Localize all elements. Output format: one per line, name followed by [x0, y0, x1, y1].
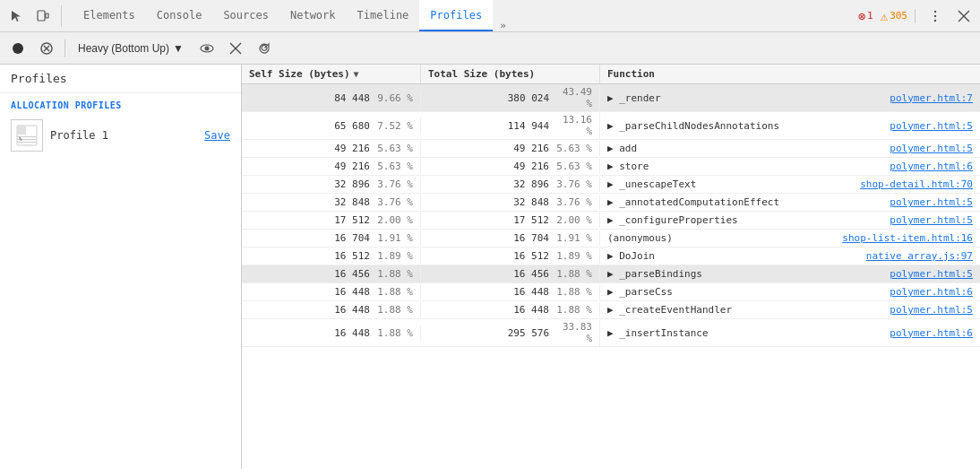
dropdown-arrow-icon: ▼	[173, 42, 184, 55]
tab-sources[interactable]: Sources	[212, 0, 279, 31]
save-button[interactable]: Save	[204, 129, 230, 142]
sort-icon: ▼	[354, 69, 359, 79]
function-link[interactable]: shop-detail.html:70	[860, 178, 973, 190]
self-size-cell: 84 448 9.66 %	[242, 91, 421, 106]
profile-label: Profile 1	[50, 129, 197, 142]
record-button[interactable]	[7, 38, 29, 59]
function-cell: ▶ _parseChildNodesAnnotations polymer.ht…	[600, 118, 980, 134]
function-cell: ▶ _unescapeText shop-detail.html:70	[600, 177, 980, 192]
view-mode-dropdown[interactable]: Heavy (Bottom Up) ▼	[73, 40, 189, 56]
rows-container: 84 448 9.66 % 380 024 43.49 % ▶ _render …	[242, 84, 980, 347]
self-size-cell: 17 512 2.00 %	[242, 213, 421, 228]
function-link[interactable]: polymer.html:6	[890, 161, 973, 172]
function-cell: ▶ DoJoin native array.js:97	[600, 248, 980, 264]
table-row[interactable]: 32 896 3.76 % 32 896 3.76 % ▶ _unescapeT…	[242, 176, 980, 194]
svg-point-2	[934, 10, 936, 12]
eye-button[interactable]	[196, 38, 218, 59]
total-size-cell: 17 512 2.00 %	[421, 213, 600, 228]
total-size-cell: 380 024 43.49 %	[421, 84, 600, 111]
svg-point-3	[934, 14, 936, 16]
function-link[interactable]: polymer.html:5	[890, 196, 973, 208]
table-row[interactable]: 49 216 5.63 % 49 216 5.63 % ▶ store poly…	[242, 158, 980, 176]
total-size-cell: 16 456 1.88 %	[421, 266, 600, 282]
function-cell: ▶ _render polymer.html:7	[600, 91, 980, 106]
function-cell: ▶ store polymer.html:6	[600, 159, 980, 174]
more-button[interactable]	[923, 4, 948, 29]
self-size-cell: 65 680 7.52 %	[242, 118, 421, 134]
self-size-cell: 49 216 5.63 %	[242, 141, 421, 156]
table-row[interactable]: 16 456 1.88 % 16 456 1.88 % ▶ _parseBind…	[242, 265, 980, 283]
function-name: ▶ _createEventHandler	[607, 304, 732, 316]
tab-elements[interactable]: Elements	[73, 0, 146, 31]
tab-profiles[interactable]: Profiles	[419, 0, 493, 31]
function-link[interactable]: polymer.html:5	[890, 214, 973, 226]
function-name: ▶ _annotatedComputationEffect	[607, 196, 779, 208]
function-header[interactable]: Function	[600, 65, 980, 83]
total-size-header[interactable]: Total Size (bytes)	[421, 65, 600, 83]
function-link[interactable]: polymer.html:5	[890, 143, 973, 154]
self-size-cell: 16 456 1.88 %	[242, 266, 421, 282]
function-cell: ▶ _insertInstance polymer.html:6	[600, 326, 980, 341]
table-row[interactable]: 16 704 1.91 % 16 704 1.91 % (anonymous) …	[242, 230, 980, 248]
self-size-cell: 16 512 1.89 %	[242, 248, 421, 264]
self-size-header[interactable]: Self Size (bytes) ▼	[242, 65, 421, 83]
svg-point-12	[204, 46, 209, 50]
self-size-cell: 16 704 1.91 %	[242, 230, 421, 246]
table-row[interactable]: 65 680 7.52 % 114 944 13.16 % ▶ _parseCh…	[242, 112, 980, 140]
error-badge: ⊗ 1	[858, 9, 873, 23]
tab-timeline[interactable]: Timeline	[347, 0, 420, 31]
function-link[interactable]: polymer.html:5	[890, 120, 973, 132]
table-row[interactable]: 32 848 3.76 % 32 848 3.76 % ▶ _annotated…	[242, 194, 980, 212]
function-link[interactable]: native array.js:97	[866, 250, 973, 262]
total-size-cell: 32 896 3.76 %	[421, 177, 600, 192]
svg-point-4	[934, 19, 936, 21]
table-row[interactable]: 16 448 1.88 % 16 448 1.88 % ▶ _parseCss …	[242, 283, 980, 301]
table-row[interactable]: 17 512 2.00 % 17 512 2.00 % ▶ _configure…	[242, 212, 980, 230]
function-link[interactable]: shop-list-item.html:16	[842, 232, 973, 244]
function-link[interactable]: polymer.html:5	[890, 304, 973, 316]
function-cell: (anonymous) shop-list-item.html:16	[600, 230, 980, 246]
stop-button[interactable]	[36, 38, 57, 59]
profile-icon: %	[11, 119, 43, 152]
function-link[interactable]: polymer.html:6	[890, 286, 973, 298]
total-size-cell: 16 448 1.88 %	[421, 284, 600, 300]
function-name: ▶ _configureProperties	[607, 214, 738, 226]
function-name: ▶ _parseChildNodesAnnotations	[607, 120, 779, 132]
total-size-cell: 16 448 1.88 %	[421, 302, 600, 317]
function-name: ▶ store	[607, 161, 649, 172]
self-size-cell: 32 896 3.76 %	[242, 177, 421, 192]
total-size-cell: 16 512 1.89 %	[421, 248, 600, 264]
function-link[interactable]: polymer.html:7	[890, 92, 973, 104]
function-name: ▶ _render	[607, 92, 661, 104]
svg-rect-1	[46, 13, 48, 18]
function-cell: ▶ _configureProperties polymer.html:5	[600, 213, 980, 228]
cursor-icon[interactable]	[4, 4, 29, 29]
function-cell: ▶ _parseBindings polymer.html:5	[600, 266, 980, 282]
table-row[interactable]: 84 448 9.66 % 380 024 43.49 % ▶ _render …	[242, 84, 980, 112]
function-cell: ▶ _createEventHandler polymer.html:5	[600, 302, 980, 317]
warn-icon: ⚠	[881, 9, 888, 23]
table-row[interactable]: 16 448 1.88 % 295 576 33.83 % ▶ _insertI…	[242, 319, 980, 347]
table-row[interactable]: 16 448 1.88 % 16 448 1.88 % ▶ _createEve…	[242, 301, 980, 319]
total-size-cell: 16 704 1.91 %	[421, 230, 600, 246]
table-row[interactable]: 16 512 1.89 % 16 512 1.89 % ▶ DoJoin nat…	[242, 248, 980, 265]
table-row[interactable]: 49 216 5.63 % 49 216 5.63 % ▶ add polyme…	[242, 140, 980, 158]
tab-network[interactable]: Network	[279, 0, 347, 31]
self-size-cell: 32 848 3.76 %	[242, 195, 421, 210]
refresh-button[interactable]	[254, 38, 275, 59]
profile-1-item[interactable]: % Profile 1 Save	[0, 114, 241, 157]
function-link[interactable]: polymer.html:6	[890, 327, 973, 339]
data-panel: Self Size (bytes) ▼ Total Size (bytes) F…	[242, 65, 980, 469]
function-link[interactable]: polymer.html:5	[890, 268, 973, 280]
close-button[interactable]	[951, 4, 976, 29]
self-size-cell: 49 216 5.63 %	[242, 159, 421, 174]
function-name: ▶ _parseBindings	[607, 268, 702, 280]
svg-rect-19	[17, 142, 37, 143]
tab-overflow[interactable]: »	[493, 20, 513, 31]
device-icon[interactable]	[30, 4, 56, 29]
total-size-cell: 32 848 3.76 %	[421, 195, 600, 210]
total-size-cell: 49 216 5.63 %	[421, 141, 600, 156]
tab-console[interactable]: Console	[146, 0, 213, 31]
function-name: (anonymous)	[607, 232, 673, 244]
clear-button[interactable]	[225, 38, 246, 59]
